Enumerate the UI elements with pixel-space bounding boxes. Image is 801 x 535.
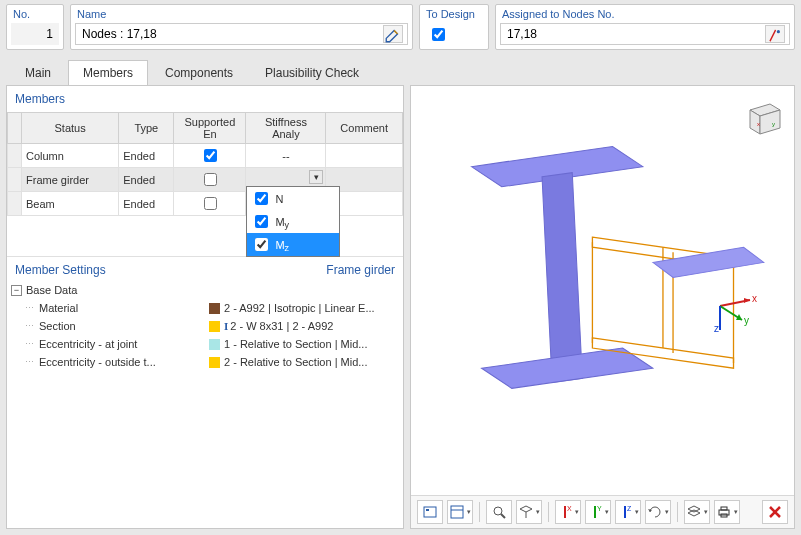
members-table[interactable]: Status Type Supported En Stiffness Analy… — [7, 112, 403, 216]
tool-reset[interactable] — [762, 500, 788, 524]
tree-root[interactable]: − Base Data — [11, 281, 399, 299]
stiffness-dropdown[interactable]: N My Mz — [246, 186, 340, 257]
tool-layers[interactable] — [684, 500, 710, 524]
col-status[interactable]: Status — [22, 113, 119, 144]
table-row[interactable]: Frame girder Ended ▾ N — [8, 168, 403, 192]
tree-branch-icon: ⋯ — [25, 339, 35, 349]
tree-value: 2 - A992 | Isotropic | Linear E... — [224, 302, 375, 314]
tab-members[interactable]: Members — [68, 60, 148, 85]
name-input[interactable] — [80, 26, 383, 42]
cell-status[interactable]: Frame girder — [22, 168, 119, 192]
assigned-label: Assigned to Nodes No. — [500, 7, 790, 23]
svg-point-28 — [494, 507, 502, 515]
navigation-cube[interactable]: x y — [740, 96, 784, 140]
field-no: No. — [6, 4, 64, 50]
pick-nodes-icon[interactable] — [765, 25, 785, 43]
row-handle[interactable] — [8, 144, 22, 168]
to-design-label: To Design — [424, 7, 484, 23]
supported-checkbox[interactable] — [204, 173, 217, 186]
tab-main[interactable]: Main — [10, 60, 66, 85]
cell-status[interactable]: Beam — [22, 192, 119, 216]
svg-text:y: y — [744, 315, 749, 326]
svg-marker-40 — [688, 510, 700, 516]
assigned-input[interactable] — [505, 26, 765, 42]
opt-label: N — [275, 193, 283, 205]
supported-checkbox[interactable] — [204, 197, 217, 210]
settings-title-text: Member Settings — [15, 263, 106, 277]
svg-marker-39 — [688, 506, 700, 512]
svg-point-0 — [777, 30, 780, 33]
cell-stiffness[interactable]: -- — [246, 144, 326, 168]
cell-type[interactable]: Ended — [119, 144, 174, 168]
svg-rect-42 — [721, 507, 727, 510]
tree-item-material[interactable]: ⋯ Material 2 - A992 | Isotropic | Linear… — [11, 299, 399, 317]
member-settings-tree[interactable]: − Base Data ⋯ Material 2 - A992 | Isotro… — [7, 281, 403, 528]
stiffness-check-n[interactable] — [255, 192, 268, 205]
i-beam-icon: I — [224, 320, 228, 332]
collapse-icon[interactable]: − — [11, 285, 22, 296]
row-handle[interactable] — [8, 192, 22, 216]
col-comment[interactable]: Comment — [326, 113, 403, 144]
viewport-3d[interactable]: x y x y z — [411, 86, 794, 495]
tree-value: 1 - Relative to Section | Mid... — [224, 338, 367, 350]
tool-rotate[interactable] — [645, 500, 671, 524]
tool-isometric[interactable] — [516, 500, 542, 524]
svg-text:x: x — [757, 121, 760, 127]
tree-item-ecc-joint[interactable]: ⋯ Eccentricity - at joint 1 - Relative t… — [11, 335, 399, 353]
cell-status[interactable]: Column — [22, 144, 119, 168]
tab-components[interactable]: Components — [150, 60, 248, 85]
tree-branch-icon: ⋯ — [25, 303, 35, 313]
col-stiffness[interactable]: Stiffness Analy — [246, 113, 326, 144]
tool-axis-x[interactable]: X — [555, 500, 581, 524]
field-assigned-nodes: Assigned to Nodes No. — [495, 4, 795, 50]
tree-item-section[interactable]: ⋯ Section I 2 - W 8x31 | 2 - A992 — [11, 317, 399, 335]
svg-marker-38 — [648, 509, 652, 512]
cell-stiffness[interactable]: ▾ N My — [246, 168, 326, 192]
cell-supported[interactable] — [174, 168, 246, 192]
cell-supported[interactable] — [174, 144, 246, 168]
cell-type[interactable]: Ended — [119, 192, 174, 216]
top-field-bar: No. Name To Design Assigned to Nodes No. — [0, 0, 801, 54]
svg-marker-10 — [653, 247, 764, 277]
stiffness-option-n[interactable]: N — [247, 187, 339, 210]
ecc-swatch-icon — [209, 339, 220, 350]
tool-axis-y[interactable]: Y — [585, 500, 611, 524]
tab-bar: Main Members Components Plausibility Che… — [0, 54, 801, 85]
tree-item-ecc-outside[interactable]: ⋯ Eccentricity - outside t... 2 - Relati… — [11, 353, 399, 371]
tab-plausibility-check[interactable]: Plausibility Check — [250, 60, 374, 85]
tool-axis-z[interactable]: Z — [615, 500, 641, 524]
opt-label: My — [275, 216, 289, 228]
col-supported[interactable]: Supported En — [174, 113, 246, 144]
toolbar-separator — [548, 502, 549, 522]
tool-print[interactable] — [714, 500, 740, 524]
svg-text:Y: Y — [597, 505, 602, 512]
edit-name-icon[interactable] — [383, 25, 403, 43]
stiffness-check-mz[interactable] — [255, 238, 268, 251]
table-row[interactable]: Column Ended -- — [8, 144, 403, 168]
name-label: Name — [75, 7, 408, 23]
tool-display-options[interactable] — [447, 500, 473, 524]
col-type[interactable]: Type — [119, 113, 174, 144]
chevron-down-icon[interactable]: ▾ — [309, 170, 323, 184]
field-name: Name — [70, 4, 413, 50]
tool-zoom-extents[interactable] — [486, 500, 512, 524]
row-handle[interactable] — [8, 168, 22, 192]
cell-type[interactable]: Ended — [119, 168, 174, 192]
stiffness-check-my[interactable] — [255, 215, 268, 228]
stiffness-option-my[interactable]: My — [247, 210, 339, 233]
table-row[interactable]: Beam Ended — [8, 192, 403, 216]
cell-comment[interactable] — [326, 144, 403, 168]
supported-checkbox[interactable] — [204, 149, 217, 162]
tree-branch-icon: ⋯ — [25, 357, 35, 367]
tool-view-settings[interactable] — [417, 500, 443, 524]
stiffness-option-mz[interactable]: Mz — [247, 233, 339, 256]
toolbar-separator — [479, 502, 480, 522]
assigned-input-wrap[interactable] — [500, 23, 790, 45]
material-swatch-icon — [209, 303, 220, 314]
viewport-panel: x y x y z — [410, 85, 795, 529]
settings-context: Frame girder — [326, 263, 395, 277]
cell-supported[interactable] — [174, 192, 246, 216]
to-design-checkbox[interactable] — [432, 28, 445, 41]
name-input-wrap[interactable] — [75, 23, 408, 45]
svg-line-29 — [501, 514, 505, 518]
